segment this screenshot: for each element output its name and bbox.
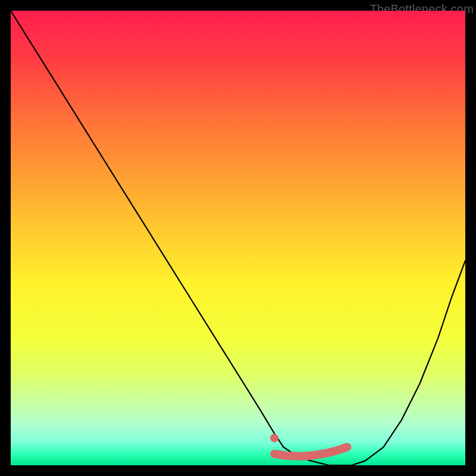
bottleneck-chart — [11, 11, 465, 465]
chart-frame: TheBottleneck.com — [11, 11, 465, 465]
gradient-background — [11, 11, 465, 465]
optimal-point-dot — [270, 434, 278, 442]
